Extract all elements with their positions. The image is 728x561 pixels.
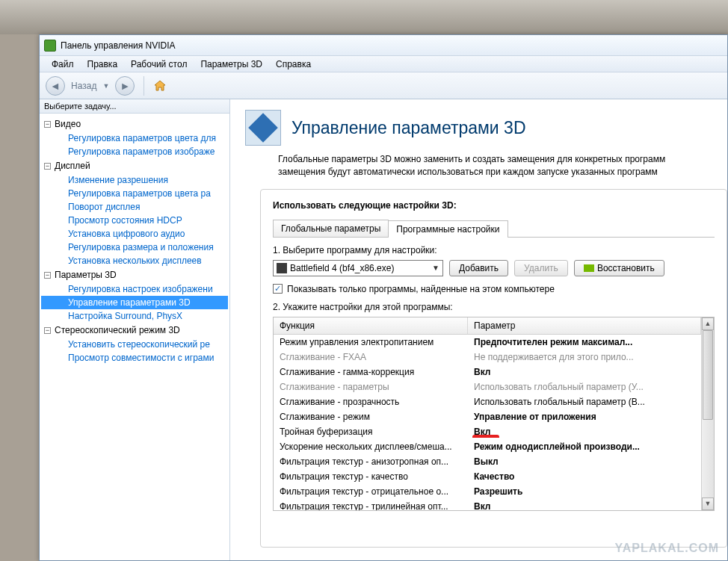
- highlight-mark: [472, 435, 499, 438]
- settings-panel: Использовать следующие настройки 3D: Гло…: [260, 189, 727, 548]
- page-description: Глобальные параметры 3D можно заменить и…: [230, 153, 727, 189]
- forward-button[interactable]: ►: [115, 76, 135, 96]
- col-parameter[interactable]: Параметр: [468, 317, 701, 334]
- home-icon[interactable]: [153, 79, 167, 93]
- tree-leaf[interactable]: Поворот дисплея: [41, 200, 228, 214]
- menu-desktop[interactable]: Рабочий стол: [125, 58, 193, 71]
- col-function[interactable]: Функция: [274, 317, 468, 334]
- tree-node-stereo[interactable]: −Стереоскопический режим 3D: [41, 323, 228, 338]
- tree-leaf[interactable]: Регулировка параметров цвета ра: [41, 187, 228, 200]
- restore-label: Восстановить: [597, 263, 655, 273]
- page-3d-icon: [245, 110, 281, 146]
- cell-parameter: Управление от приложения: [468, 411, 701, 423]
- window-title: Панель управления NVIDIA: [61, 40, 176, 51]
- cell-parameter: Предпочтителен режим максимал...: [468, 336, 701, 348]
- menu-help[interactable]: Справка: [270, 58, 317, 71]
- table-row[interactable]: Фильтрация текстур - анизотропная оп...В…: [274, 454, 701, 469]
- tree-leaf[interactable]: Регулировка параметров цвета для: [41, 131, 228, 145]
- page-title: Управление параметрами 3D: [291, 118, 526, 138]
- cell-function: Ускорение нескольких дисплеев/смеша...: [274, 441, 468, 453]
- table-row[interactable]: Тройная буферизацияВкл: [274, 424, 701, 439]
- table-row[interactable]: Ускорение нескольких дисплеев/смеша...Ре…: [274, 439, 701, 454]
- tabs: Глобальные параметры Программные настрой…: [273, 220, 715, 238]
- tab-global[interactable]: Глобальные параметры: [273, 220, 389, 237]
- task-pane: Выберите задачу... −Видео Регулировка па…: [40, 99, 230, 560]
- watermark: YAPLAKAL.COM: [615, 542, 719, 555]
- toolbar: ◄ Назад ▼ ►: [40, 72, 727, 99]
- checkbox-icon: ✓: [273, 284, 283, 294]
- tree-leaf[interactable]: Регулировка размера и положения: [41, 241, 228, 254]
- program-combo-value: Battlefield 4 (bf4_x86.exe): [290, 263, 394, 273]
- tree-leaf[interactable]: Регулировка параметров изображе: [41, 145, 228, 158]
- table-row[interactable]: Фильтрация текстур - трилинейная опт...В…: [274, 499, 701, 510]
- tree-node-video[interactable]: −Видео: [41, 117, 228, 131]
- tree-leaf[interactable]: Установить стереоскопический ре: [41, 338, 228, 351]
- nvidia-logo-icon: [584, 264, 594, 272]
- back-dropdown-icon[interactable]: ▼: [102, 82, 109, 90]
- menubar: Файл Правка Рабочий стол Параметры 3D Сп…: [40, 56, 727, 72]
- program-icon: [277, 263, 287, 273]
- table-row[interactable]: Сглаживание - FXAAНе поддерживается для …: [274, 350, 701, 365]
- back-button[interactable]: ◄: [46, 76, 65, 96]
- cell-parameter: Разрешить: [468, 486, 701, 498]
- show-found-checkbox[interactable]: ✓ Показывать только программы, найденные…: [273, 284, 715, 294]
- tree-leaf[interactable]: Установка цифрового аудио: [41, 227, 228, 241]
- tree-leaf[interactable]: Регулировка настроек изображени: [41, 282, 228, 296]
- tab-program[interactable]: Программные настройки: [388, 220, 508, 238]
- cell-function: Сглаживание - прозрачность: [274, 396, 468, 408]
- table-row[interactable]: Сглаживание - режимУправление от приложе…: [274, 409, 701, 424]
- tree-leaf[interactable]: Просмотр состояния HDCP: [41, 214, 228, 227]
- program-combo[interactable]: Battlefield 4 (bf4_x86.exe) ▼: [273, 260, 443, 276]
- background-strip: [0, 0, 728, 34]
- cell-function: Фильтрация текстур - отрицательное о...: [274, 486, 468, 498]
- table-row[interactable]: Режим управления электропитаниемПредпочт…: [274, 335, 701, 350]
- add-button[interactable]: Добавить: [449, 260, 508, 276]
- table-row[interactable]: Сглаживание - гамма-коррекцияВкл: [274, 365, 701, 379]
- panel-heading: Использовать следующие настройки 3D:: [273, 200, 715, 211]
- cell-function: Сглаживание - параметры: [274, 381, 468, 393]
- table-row[interactable]: Фильтрация текстур - качествоКачество: [274, 469, 701, 484]
- cell-parameter: Режим однодисплейной производи...: [468, 441, 701, 453]
- cell-parameter: Вкл: [468, 500, 701, 510]
- step2-label: 2. Укажите настройки для этой программы:: [273, 302, 715, 312]
- restore-button[interactable]: Восстановить: [574, 260, 664, 276]
- menu-edit[interactable]: Правка: [81, 58, 124, 71]
- scroll-up-icon[interactable]: ▲: [702, 317, 714, 330]
- menu-file[interactable]: Файл: [46, 58, 80, 71]
- remove-button: Удалить: [514, 260, 568, 276]
- vertical-scrollbar[interactable]: ▲ ▼: [701, 317, 714, 510]
- tree-leaf[interactable]: Изменение разрешения: [41, 173, 228, 187]
- cell-parameter: Выкл: [468, 456, 701, 468]
- tree-leaf-selected[interactable]: Управление параметрами 3D: [41, 296, 228, 309]
- checkbox-label: Показывать только программы, найденные н…: [287, 284, 555, 294]
- page-header: Управление параметрами 3D: [230, 99, 727, 153]
- task-header: Выберите задачу...: [40, 99, 229, 114]
- cell-parameter: Использовать глобальный параметр (У...: [468, 381, 701, 393]
- table-row[interactable]: Фильтрация текстур - отрицательное о...Р…: [274, 484, 701, 499]
- tree-node-3d[interactable]: −Параметры 3D: [41, 267, 228, 282]
- table-row[interactable]: Сглаживание - прозрачностьИспользовать г…: [274, 394, 701, 409]
- svg-marker-0: [155, 81, 165, 90]
- nav-tree: −Видео Регулировка параметров цвета для …: [40, 114, 229, 368]
- cell-function: Фильтрация текстур - качество: [274, 471, 468, 483]
- grid-header: Функция Параметр: [274, 317, 701, 335]
- tree-leaf[interactable]: Просмотр совместимости с играми: [41, 351, 228, 365]
- cell-function: Тройная буферизация: [274, 426, 468, 438]
- toolbar-separator: [144, 76, 144, 96]
- back-label: Назад: [71, 81, 96, 91]
- cell-parameter: Использовать глобальный параметр (В...: [468, 396, 701, 408]
- titlebar[interactable]: Панель управления NVIDIA: [40, 35, 727, 56]
- settings-grid: Функция Параметр Режим управления электр…: [273, 317, 715, 511]
- tree-leaf[interactable]: Настройка Surround, PhysX: [41, 309, 228, 323]
- scroll-down-icon[interactable]: ▼: [702, 498, 714, 510]
- tree-node-display[interactable]: −Дисплей: [41, 158, 228, 173]
- chevron-down-icon: ▼: [432, 264, 439, 272]
- table-row[interactable]: Сглаживание - параметрыИспользовать глоб…: [274, 379, 701, 394]
- scroll-thumb[interactable]: [703, 330, 713, 420]
- tree-leaf[interactable]: Установка нескольких дисплеев: [41, 254, 228, 267]
- cell-function: Режим управления электропитанием: [274, 336, 468, 348]
- menu-3d-params[interactable]: Параметры 3D: [194, 58, 268, 71]
- cell-function: Сглаживание - FXAA: [274, 351, 468, 363]
- nvidia-control-panel-window: Панель управления NVIDIA Файл Правка Раб…: [39, 34, 728, 561]
- cell-parameter: Вкл: [468, 426, 701, 438]
